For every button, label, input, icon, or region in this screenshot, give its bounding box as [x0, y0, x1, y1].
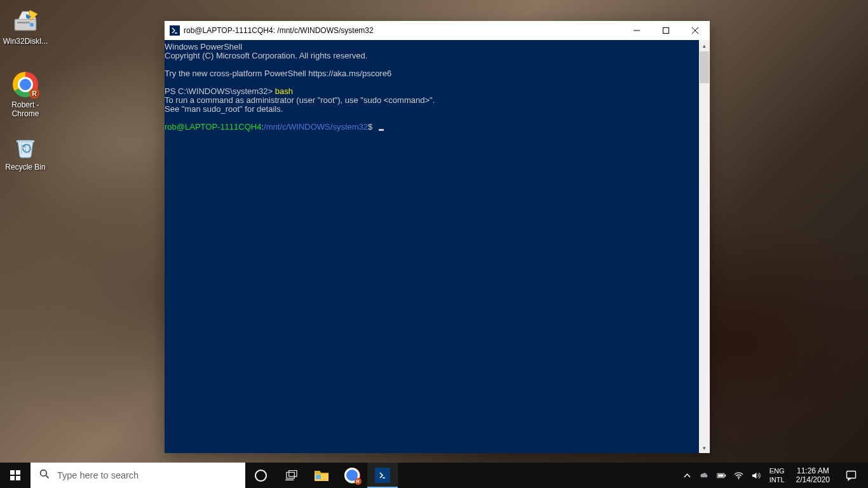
taskbar: Type here to search R — [0, 463, 868, 488]
date-text: 2/14/2020 — [796, 475, 830, 484]
search-icon — [39, 469, 50, 482]
notification-icon — [846, 470, 857, 481]
svg-rect-10 — [10, 470, 15, 475]
powershell-icon — [375, 468, 390, 483]
terminal-scrollbar[interactable]: ▴ ▾ — [699, 40, 710, 453]
scroll-thumb[interactable] — [700, 51, 709, 83]
svg-line-15 — [46, 475, 48, 478]
svg-rect-16 — [286, 472, 294, 478]
terminal-output[interactable]: Windows PowerShell Copyright (C) Microso… — [165, 40, 699, 453]
lang-primary: ENG — [770, 466, 785, 475]
taskbar-app-explorer[interactable] — [306, 463, 337, 488]
svg-rect-1 — [17, 22, 30, 24]
desktop-icon-label: Recycle Bin — [1, 163, 50, 172]
term-bash-path: /mnt/c/WINDOWS/system32 — [264, 122, 368, 132]
term-line: Copyright (C) Microsoft Corporation. All… — [165, 51, 367, 60]
tray-overflow-button[interactable] — [679, 463, 696, 488]
start-button[interactable] — [0, 463, 31, 488]
terminal-titlebar[interactable]: rob@LAPTOP-1111CQH4: /mnt/c/WINDOWS/syst… — [165, 21, 710, 40]
svg-rect-24 — [846, 471, 855, 478]
search-input[interactable]: Type here to search — [31, 463, 245, 488]
term-command: bash — [275, 86, 293, 96]
svg-rect-19 — [316, 475, 321, 479]
clock[interactable]: 11:26 AM 2/14/2020 — [790, 466, 836, 484]
chrome-icon: R — [344, 468, 360, 484]
svg-rect-13 — [16, 476, 20, 480]
language-indicator[interactable]: ENG INTL — [764, 466, 790, 484]
term-line: To run a command as administrator (user … — [165, 95, 435, 105]
system-tray: ENG INTL 11:26 AM 2/14/2020 — [679, 463, 868, 488]
svg-rect-11 — [16, 470, 20, 475]
svg-rect-17 — [288, 470, 296, 477]
taskview-icon — [285, 470, 297, 480]
recyclebin-icon — [12, 133, 39, 160]
close-button[interactable] — [681, 21, 710, 40]
file-explorer-icon — [314, 468, 329, 482]
svg-point-14 — [41, 470, 47, 477]
chrome-icon: R — [12, 71, 39, 98]
term-line: Windows PowerShell — [165, 42, 242, 51]
cortana-button[interactable] — [245, 463, 276, 488]
time-text: 11:26 AM — [796, 466, 830, 475]
svg-rect-7 — [663, 28, 669, 34]
window-title: rob@LAPTOP-1111CQH4: /mnt/c/WINDOWS/syst… — [184, 26, 622, 35]
taskbar-app-powershell[interactable] — [367, 463, 398, 488]
svg-point-23 — [738, 478, 739, 479]
recycle-bin-icon[interactable]: Recycle Bin — [1, 133, 50, 172]
desktop-wallpaper[interactable]: Win32DiskI... R Robert - Chrome Recycle … — [0, 0, 868, 488]
term-line: See "man sudo_root" for details. — [165, 104, 283, 114]
svg-rect-21 — [724, 474, 726, 476]
search-placeholder: Type here to search — [57, 470, 139, 480]
term-line: Try the new cross-platform PowerShell ht… — [165, 69, 391, 78]
wifi-icon[interactable] — [730, 463, 747, 488]
svg-point-2 — [30, 23, 34, 27]
volume-icon[interactable] — [747, 463, 764, 488]
scroll-up-icon[interactable]: ▴ — [699, 40, 710, 51]
svg-rect-12 — [10, 476, 15, 480]
disk-icon — [12, 8, 39, 34]
maximize-button[interactable] — [651, 21, 681, 40]
action-center-button[interactable] — [836, 470, 865, 481]
task-view-button[interactable] — [276, 463, 306, 488]
cortana-icon — [255, 470, 267, 482]
desktop-icon-label: Win32DiskI... — [1, 37, 50, 46]
onedrive-icon[interactable] — [696, 463, 713, 488]
desktop-icon-label: Robert - Chrome — [1, 100, 50, 118]
term-bash-user: rob@LAPTOP-1111CQH4 — [165, 122, 261, 132]
scroll-down-icon[interactable]: ▾ — [699, 442, 710, 453]
lang-secondary: INTL — [770, 475, 785, 484]
taskbar-spacer — [398, 463, 679, 488]
powershell-icon — [170, 25, 180, 36]
battery-icon[interactable] — [713, 463, 730, 488]
term-dollar: $ — [368, 122, 372, 132]
chrome-profile-icon[interactable]: R Robert - Chrome — [1, 71, 50, 118]
svg-rect-22 — [718, 474, 723, 477]
taskbar-app-chrome[interactable]: R — [337, 463, 367, 488]
terminal-window: rob@LAPTOP-1111CQH4: /mnt/c/WINDOWS/syst… — [165, 21, 710, 453]
cursor-icon — [379, 129, 384, 131]
win32diskimager-icon[interactable]: Win32DiskI... — [1, 8, 50, 46]
term-ps-prompt: PS C:\WINDOWS\system32> — [165, 86, 275, 96]
minimize-button[interactable] — [622, 21, 651, 40]
